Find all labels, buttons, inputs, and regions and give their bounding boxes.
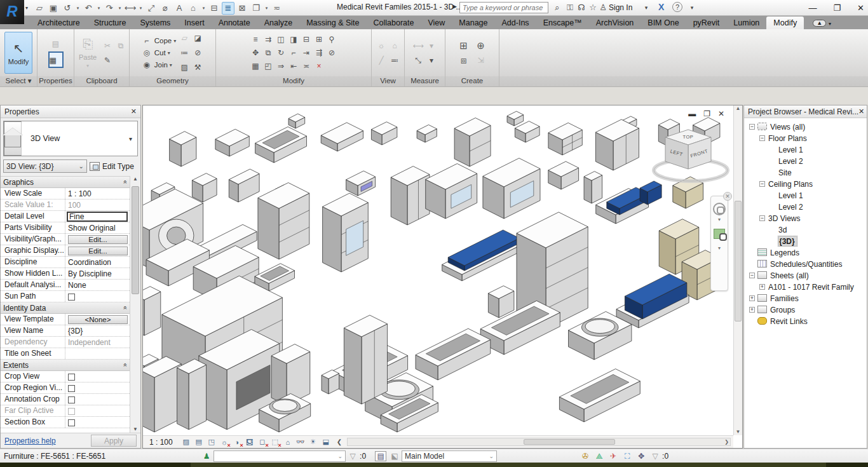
join-icon[interactable]: ◉ — [141, 59, 153, 71]
tree-node-sheets-all[interactable]: −Sheets (all) — [744, 269, 867, 281]
panel-display-toggle-icon[interactable]: ▲ — [813, 20, 826, 27]
property-value[interactable]: None — [65, 280, 130, 290]
aligned-dimension-icon[interactable]: ⤢ — [145, 2, 158, 15]
dimension-caret-icon[interactable]: ▾ — [426, 55, 437, 66]
cut-label[interactable]: Cut — [154, 49, 166, 57]
cut-geometry-icon[interactable]: ◎ — [141, 47, 153, 58]
array-icon[interactable]: ▦ — [250, 60, 261, 72]
properties-help-link[interactable]: Properties help — [4, 437, 56, 445]
property-value[interactable]: Edit... — [65, 234, 130, 245]
tree-label[interactable]: Families — [770, 294, 801, 303]
property-checkbox[interactable] — [68, 294, 75, 301]
3d-view-caret[interactable]: ▾ — [201, 2, 207, 15]
section-header-graphics[interactable]: Graphics» — [1, 177, 130, 188]
beam-joins-icon[interactable]: ◪ — [192, 32, 203, 44]
application-menu-button[interactable]: R — [0, 0, 24, 24]
show-crop-region-icon[interactable]: ⬚ — [269, 437, 281, 447]
cope-icon[interactable]: ⌐ — [141, 35, 153, 46]
shadows-icon[interactable]: ◑ — [231, 437, 243, 447]
help-icon[interactable]: ? — [672, 2, 682, 12]
text-icon[interactable]: A — [173, 2, 186, 15]
tree-node-site[interactable]: Site — [744, 166, 867, 178]
navbar-close-icon[interactable]: ✕ — [723, 192, 732, 201]
copy-icon[interactable]: ⧉ — [262, 47, 274, 58]
collapse-icon[interactable]: − — [759, 181, 765, 187]
navigation-bar[interactable]: ✕ ▾ ▾ — [710, 196, 728, 291]
minimize-button[interactable]: — — [808, 3, 817, 13]
property-edit-button[interactable]: <None> — [68, 315, 128, 324]
tree-node-level-1[interactable]: Level 1 — [744, 189, 867, 201]
dimension-caret[interactable]: ▾ — [138, 2, 144, 15]
property-checkbox[interactable] — [68, 374, 75, 381]
view-selector-combo[interactable]: 3D View: {3D}⌄ — [3, 159, 87, 173]
design-options-dialog-icon[interactable]: ▤ — [375, 451, 386, 461]
close-button[interactable]: ✕ — [857, 3, 864, 13]
tree-node-views-all[interactable]: −Views (all) — [744, 121, 867, 132]
zoom-tool-icon[interactable] — [714, 229, 725, 239]
collapse-chevron-icon[interactable]: » — [122, 306, 129, 310]
property-value[interactable] — [65, 394, 130, 405]
select-panel-label[interactable]: Select ▾ — [0, 76, 37, 86]
linework-icon[interactable]: ╱ — [376, 55, 387, 66]
split-face-icon[interactable]: ≔ — [179, 47, 190, 58]
property-value[interactable]: By Discipline — [65, 268, 130, 279]
help-caret-icon[interactable]: ▾ — [686, 2, 698, 13]
tree-label[interactable]: Schedules/Quantities — [770, 259, 844, 269]
property-value[interactable]: 100 — [65, 200, 130, 210]
tab-manage[interactable]: Manage — [452, 17, 494, 29]
tab-add-ins[interactable]: Add-Ins — [495, 17, 536, 29]
measure-ruler-icon[interactable]: ⟷ — [412, 40, 424, 51]
tree-node-3d[interactable]: 3d — [744, 224, 867, 235]
property-checkbox[interactable] — [68, 396, 75, 403]
tree-label[interactable]: 3d — [778, 225, 789, 234]
worksets-combo[interactable]: ⌄ — [214, 450, 346, 462]
tree-node-a101-1017-revit-family[interactable]: +A101 - 1017 Revit Family — [744, 281, 867, 292]
sign-in-caret-icon[interactable]: ▾ — [641, 2, 652, 13]
close-hidden-windows-icon[interactable]: ⊠ — [236, 2, 248, 15]
property-edit-button[interactable]: Edit... — [68, 247, 128, 255]
properties-scroll-thumb[interactable] — [132, 186, 139, 294]
tab-analyze[interactable]: Analyze — [257, 17, 299, 29]
thin-lines-icon[interactable]: ≣ — [222, 2, 234, 15]
user-icon[interactable]: ♙ — [599, 2, 607, 13]
edit-type-button[interactable]: Edit Type — [90, 162, 134, 171]
apply-button[interactable]: Apply — [91, 435, 137, 447]
select-links-icon[interactable]: ✇ — [580, 451, 591, 461]
qat-customize-icon[interactable]: ≂ — [271, 2, 283, 15]
sync-icon[interactable]: ↺ — [61, 2, 74, 15]
delete-icon[interactable]: × — [313, 60, 325, 72]
properties-scrollbar[interactable]: ▲▼ — [130, 176, 140, 433]
navbar-caret-icon[interactable]: ▾ — [711, 217, 728, 222]
trim-multi-icon[interactable]: ⇶ — [313, 47, 325, 58]
tree-label[interactable]: Ceiling Plans — [768, 179, 815, 189]
select-by-face-icon[interactable]: ⛶ — [621, 451, 633, 461]
tab-massing-site[interactable]: Massing & Site — [299, 17, 366, 29]
collapse-icon[interactable]: − — [759, 135, 765, 141]
tree-label[interactable]: Level 2 — [778, 202, 805, 212]
cut-icon[interactable]: ✂ — [102, 40, 113, 51]
expand-icon[interactable]: + — [759, 284, 765, 290]
switch-windows-icon[interactable]: ❐ — [250, 2, 262, 15]
trim-corner-icon[interactable]: ⌐ — [288, 47, 299, 58]
search-icon[interactable]: ⌕ — [552, 2, 563, 13]
section-header-identity-data[interactable]: Identity Data» — [1, 302, 130, 314]
property-value[interactable] — [65, 348, 130, 359]
tag-icon[interactable]: ⌀ — [159, 2, 172, 15]
property-value[interactable] — [65, 405, 130, 416]
scroll-left-icon[interactable]: ❮ — [337, 438, 342, 445]
measure-caret-icon[interactable]: ▾ — [426, 40, 437, 51]
tree-node-legends[interactable]: Legends — [744, 247, 867, 258]
tree-label[interactable]: Sheets (all) — [770, 271, 811, 280]
zoom-caret-icon[interactable]: ▾ — [711, 245, 728, 251]
property-value[interactable]: Fine — [65, 211, 130, 222]
property-value[interactable]: <None> — [65, 314, 130, 325]
crop-view-icon[interactable]: ◻ — [257, 437, 268, 447]
property-value[interactable]: Coordination — [65, 257, 130, 267]
tree-label[interactable]: Level 1 — [778, 145, 805, 154]
tree-label[interactable]: A101 - 1017 Revit Family — [768, 282, 856, 292]
panel-display-caret-icon[interactable]: ▾ — [829, 21, 831, 27]
pin-icon[interactable]: ⚲ — [326, 34, 337, 45]
tree-node-level-1[interactable]: Level 1 — [744, 144, 867, 155]
tab-architecture[interactable]: Architecture — [31, 17, 87, 29]
steering-wheel-icon[interactable] — [713, 203, 726, 215]
